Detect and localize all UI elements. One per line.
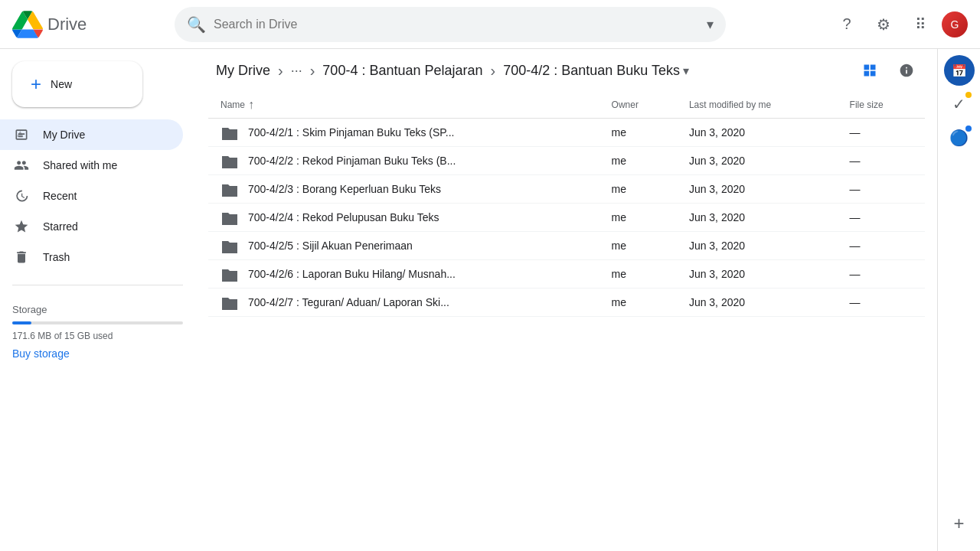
- file-size-cell: —: [838, 204, 925, 232]
- table-row[interactable]: 700-4/2/7 : Teguran/ Aduan/ Laporan Ski.…: [208, 289, 925, 317]
- table-row[interactable]: 700-4/2/4 : Rekod Pelupusan Buku Teks me…: [208, 204, 925, 232]
- file-name-text: 700-4/2/4 : Rekod Pelupusan Buku Teks: [248, 211, 439, 223]
- file-name-cell: 700-4/2/7 : Teguran/ Aduan/ Laporan Ski.…: [208, 289, 599, 317]
- sidebar-item-recent-label: Recent: [43, 190, 77, 202]
- tasks-icon-btn[interactable]: ✓: [944, 89, 975, 119]
- file-name-cell: 700-4/2/4 : Rekod Pelupusan Buku Teks: [208, 204, 599, 232]
- breadcrumb-chevron-icon: ▾: [683, 64, 689, 78]
- file-name-text: 700-4/2/2 : Rekod Pinjaman Buku Teks (B.…: [248, 155, 456, 167]
- breadcrumb-bar: My Drive › ··· › 700-4 : Bantuan Pelajar…: [196, 49, 937, 92]
- file-name-cell: 700-4/2/6 : Laporan Buku Hilang/ Musnah.…: [208, 260, 599, 289]
- folder-icon: [220, 210, 239, 225]
- file-name-cell: 700-4/2/5 : Sijil Akuan Penerimaan: [208, 232, 599, 260]
- file-date-cell: Jun 3, 2020: [677, 119, 838, 147]
- sidebar-item-shared[interactable]: Shared with me: [0, 150, 183, 181]
- file-owner-cell: me: [599, 175, 677, 204]
- column-modified: Last modified by me: [677, 92, 838, 119]
- logo-text: Drive: [47, 15, 87, 34]
- search-icon: 🔍: [187, 15, 206, 34]
- search-input[interactable]: [214, 18, 699, 31]
- file-date-cell: Jun 3, 2020: [677, 260, 838, 289]
- header-actions: ? ⚙ ⠿ G: [831, 9, 968, 40]
- my-drive-icon: [12, 126, 31, 144]
- file-name-text: 700-4/2/5 : Sijil Akuan Penerimaan: [248, 240, 413, 252]
- file-date-cell: Jun 3, 2020: [677, 147, 838, 175]
- new-button[interactable]: + New: [12, 61, 142, 107]
- folder-icon: [220, 238, 239, 253]
- table-row[interactable]: 700-4/2/2 : Rekod Pinjaman Buku Teks (B.…: [208, 147, 925, 175]
- view-icons: [854, 55, 922, 86]
- file-date-cell: Jun 3, 2020: [677, 204, 838, 232]
- folder-icon: [220, 125, 239, 140]
- drive-logo-icon: [12, 9, 43, 40]
- sidebar-item-my-drive-label: My Drive: [43, 129, 85, 141]
- folder-icon: [220, 181, 239, 197]
- starred-icon: [12, 217, 31, 236]
- breadcrumb-my-drive[interactable]: My Drive: [211, 60, 275, 82]
- breadcrumb: My Drive › ··· › 700-4 : Bantuan Pelajar…: [211, 60, 694, 82]
- search-bar[interactable]: 🔍 ▾: [175, 7, 726, 42]
- content-area: My Drive › ··· › 700-4 : Bantuan Pelajar…: [196, 49, 937, 551]
- sidebar-item-starred[interactable]: Starred: [0, 211, 183, 242]
- file-owner-cell: me: [599, 204, 677, 232]
- table-row[interactable]: 700-4/2/6 : Laporan Buku Hilang/ Musnah.…: [208, 260, 925, 289]
- file-size-cell: —: [838, 260, 925, 289]
- file-list: Name ↑ Owner Last modified by me File si…: [196, 92, 937, 551]
- file-name-cell: 700-4/2/2 : Rekod Pinjaman Buku Teks (B.…: [208, 147, 599, 175]
- file-name-cell: 700-4/2/1 : Skim Pinjaman Buku Teks (SP.…: [208, 119, 599, 147]
- column-owner: Owner: [599, 92, 677, 119]
- new-button-label: New: [51, 78, 72, 90]
- file-owner-cell: me: [599, 260, 677, 289]
- file-name-text: 700-4/2/1 : Skim Pinjaman Buku Teks (SP.…: [248, 126, 455, 139]
- breadcrumb-sep-2: ›: [310, 62, 315, 80]
- file-size-cell: —: [838, 289, 925, 317]
- breadcrumb-current[interactable]: 700-4/2 : Bantuan Buku Teks ▾: [498, 60, 694, 82]
- file-name-cell: 700-4/2/3 : Borang Keperluan Buku Teks: [208, 175, 599, 204]
- main-layout: + New My Drive Shared with me: [0, 49, 980, 551]
- file-owner-cell: me: [599, 289, 677, 317]
- file-table-body: 700-4/2/1 : Skim Pinjaman Buku Teks (SP.…: [208, 119, 925, 317]
- file-size-cell: —: [838, 175, 925, 204]
- table-row[interactable]: 700-4/2/1 : Skim Pinjaman Buku Teks (SP.…: [208, 119, 925, 147]
- contacts-badge: [965, 126, 972, 132]
- breadcrumb-more[interactable]: ···: [286, 60, 307, 82]
- calendar-icon: 📅: [952, 64, 967, 78]
- apps-icon[interactable]: ⠿: [905, 9, 936, 40]
- column-size: File size: [838, 92, 925, 119]
- sidebar-item-shared-label: Shared with me: [43, 159, 117, 171]
- file-owner-cell: me: [599, 232, 677, 260]
- breadcrumb-sep-1: ›: [278, 62, 283, 80]
- column-name[interactable]: Name ↑: [208, 92, 599, 119]
- sidebar: + New My Drive Shared with me: [0, 49, 196, 551]
- breadcrumb-sep-3: ›: [491, 62, 496, 80]
- sidebar-item-recent[interactable]: Recent: [0, 181, 183, 211]
- new-plus-icon: +: [31, 73, 41, 95]
- help-icon[interactable]: ?: [831, 9, 862, 40]
- contacts-icon-btn[interactable]: 🔵: [944, 122, 975, 153]
- file-owner-cell: me: [599, 119, 677, 147]
- sidebar-item-trash[interactable]: Trash: [0, 242, 183, 272]
- info-button[interactable]: [891, 55, 922, 86]
- app-header: Drive 🔍 ▾ ? ⚙ ⠿ G: [0, 0, 980, 49]
- grid-view-button[interactable]: [854, 55, 885, 86]
- calendar-icon-btn[interactable]: 📅: [944, 55, 975, 86]
- sidebar-item-my-drive[interactable]: My Drive: [0, 119, 183, 150]
- file-size-cell: —: [838, 147, 925, 175]
- storage-section: Storage 171.6 MB of 15 GB used Buy stora…: [0, 292, 195, 372]
- table-row[interactable]: 700-4/2/5 : Sijil Akuan Penerimaan me Ju…: [208, 232, 925, 260]
- search-chevron-icon[interactable]: ▾: [707, 16, 714, 33]
- breadcrumb-parent[interactable]: 700-4 : Bantuan Pelajaran: [318, 60, 487, 82]
- user-avatar[interactable]: G: [942, 11, 968, 37]
- contacts-icon: 🔵: [949, 129, 969, 147]
- buy-storage-link[interactable]: Buy storage: [12, 347, 183, 360]
- tasks-badge: [965, 92, 972, 98]
- file-size-cell: —: [838, 119, 925, 147]
- logo-area: Drive: [12, 9, 165, 40]
- folder-icon: [220, 266, 239, 282]
- file-date-cell: Jun 3, 2020: [677, 175, 838, 204]
- add-panel-button[interactable]: +: [944, 508, 975, 539]
- table-header: Name ↑ Owner Last modified by me File si…: [208, 92, 925, 119]
- settings-icon[interactable]: ⚙: [868, 9, 899, 40]
- file-name-text: 700-4/2/3 : Borang Keperluan Buku Teks: [248, 183, 441, 195]
- table-row[interactable]: 700-4/2/3 : Borang Keperluan Buku Teks m…: [208, 175, 925, 204]
